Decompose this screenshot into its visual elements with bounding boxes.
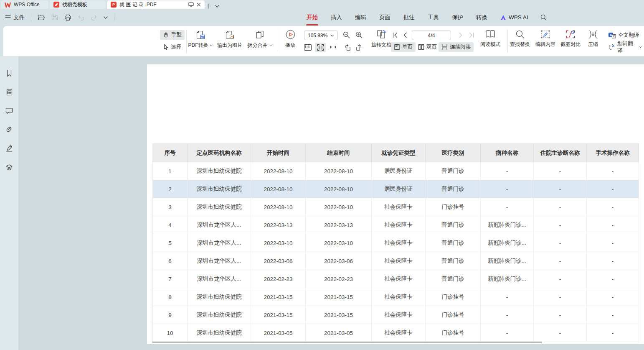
page-number-input[interactable]: 4/4 [412, 31, 451, 40]
quick-access-chevron-icon[interactable] [104, 16, 108, 19]
tab-document-pdf[interactable]: P 就 医 记 录 .PDF [107, 0, 205, 9]
open-file-icon[interactable] [38, 14, 45, 20]
find-replace-icon [515, 30, 525, 39]
table-bottom-rule [152, 342, 542, 342]
layers-icon[interactable] [4, 162, 14, 172]
menu-tab-wps-ai[interactable]: WPS AI [500, 14, 528, 20]
column-header: 序号 [153, 144, 188, 162]
pdf-convert-icon: W [195, 30, 205, 40]
table-cell: 普通门诊 [426, 216, 481, 234]
redo-icon[interactable] [91, 15, 97, 20]
menu-tab-insert[interactable]: 插入 [330, 14, 342, 21]
table-row: 4深圳市龙华区人...2022-03-132022-03-13社会保障卡普通门诊… [153, 216, 639, 234]
zoom-in-button[interactable] [353, 30, 364, 40]
svg-text:A: A [609, 33, 612, 37]
actual-size-button[interactable]: 1:1 [302, 43, 313, 52]
compress-button[interactable]: 压缩 [584, 30, 602, 48]
zoom-out-button[interactable] [341, 30, 352, 40]
tab-list-chevron-icon[interactable] [215, 5, 219, 8]
word-translate-icon: x A [608, 43, 615, 51]
table-cell: - [587, 234, 639, 252]
menu-tab-edit[interactable]: 编辑 [355, 14, 367, 21]
hand-tool-button[interactable]: 手型 [160, 30, 185, 40]
attachment-icon[interactable] [4, 125, 14, 135]
read-mode-button[interactable]: 阅读模式 [477, 29, 504, 48]
table-cell: - [534, 270, 587, 288]
rotate-left-icon [344, 44, 351, 51]
menu-tab-page[interactable]: 页面 [379, 14, 391, 21]
table-cell: 新冠肺炎门诊... [481, 270, 534, 288]
tab-docer-templates[interactable]: 找稻壳模板 [50, 0, 106, 9]
table-cell: 门诊挂号 [426, 198, 481, 216]
comment-icon[interactable] [4, 106, 14, 116]
table-row: 2深圳市妇幼保健院2022-08-102022-08-10居民身份证普通门诊--… [153, 180, 639, 198]
table-cell: - [534, 324, 587, 342]
search-icon[interactable] [540, 14, 547, 20]
column-header: 结束时间 [306, 144, 372, 162]
fit-page-button[interactable] [315, 43, 326, 52]
table-cell: 5 [153, 234, 188, 252]
table-cell: - [587, 270, 639, 288]
fit-width-icon [330, 44, 337, 51]
docer-icon [53, 2, 59, 8]
previous-page-button[interactable] [401, 31, 410, 39]
screen-cast-icon[interactable] [188, 2, 194, 7]
menu-tab-comment[interactable]: 批注 [403, 14, 415, 21]
signature-icon[interactable] [4, 143, 14, 153]
compress-icon [588, 30, 598, 39]
table-cell: 社会保障卡 [372, 216, 426, 234]
save-icon[interactable] [51, 14, 58, 20]
table-cell: 普通门诊 [426, 162, 481, 180]
rotate-right-icon [355, 44, 363, 51]
column-header: 定点医药机构名称 [188, 144, 251, 162]
column-header: 就诊凭证类型 [372, 144, 426, 162]
fit-page-icon [317, 44, 324, 51]
new-tab-icon[interactable] [205, 3, 211, 9]
menu-tab-convert[interactable]: 转换 [476, 14, 488, 21]
last-page-button[interactable] [467, 31, 476, 39]
find-replace-button[interactable]: 查找替换 [507, 30, 533, 48]
file-menu-button[interactable]: 文件 [5, 14, 25, 21]
print-icon[interactable] [64, 14, 71, 21]
menu-tab-home[interactable]: 开始 [306, 14, 318, 21]
table-cell: 门诊挂号 [426, 324, 481, 342]
zoom-level-value: 105.88% [308, 33, 327, 38]
table-cell: 2022-03-06 [251, 252, 306, 270]
rotate-right-button[interactable] [353, 43, 364, 52]
table-cell: 2021-03-15 [251, 288, 306, 306]
next-page-button[interactable] [456, 31, 465, 39]
screenshot-compare-button[interactable]: 截图对比 [557, 30, 584, 48]
bookmark-icon[interactable] [4, 68, 14, 78]
single-page-icon [394, 44, 400, 50]
play-button[interactable]: 播放 [280, 29, 300, 49]
menu-tab-tools[interactable]: 工具 [427, 14, 439, 21]
thumbnail-icon[interactable] [4, 87, 14, 97]
menu-tab-protect[interactable]: 保护 [451, 14, 464, 21]
pdf-convert-button[interactable]: W PDF转换 [185, 30, 216, 49]
select-tool-button[interactable]: 选择 [160, 42, 184, 52]
medical-records-table: 序号定点医药机构名称开始时间结束时间就诊凭证类型医疗类别病种名称住院主诊断名称手… [152, 143, 639, 342]
pdf-page[interactable]: 序号定点医药机构名称开始时间结束时间就诊凭证类型医疗类别病种名称住院主诊断名称手… [147, 64, 644, 344]
table-cell: 新冠肺炎门诊... [481, 252, 534, 270]
continuous-reading-button[interactable]: 连续阅读 [439, 42, 474, 52]
single-page-view-button[interactable]: 单页 [391, 42, 416, 52]
fit-width-button[interactable] [327, 43, 338, 52]
tab-wps-home[interactable]: WPS Office [1, 0, 48, 9]
close-tab-icon[interactable] [197, 3, 201, 7]
wps-logo-icon [5, 2, 11, 8]
table-row: 1深圳市妇幼保健院2022-08-102022-08-10居民身份证普通门诊--… [153, 162, 639, 180]
table-cell: 2022-08-10 [251, 162, 306, 180]
word-translate-button[interactable]: x A 划词翻译 [606, 42, 644, 52]
full-text-translate-button[interactable]: A 全文翻译 [606, 31, 641, 40]
rotate-left-button[interactable] [342, 43, 353, 52]
first-page-button[interactable] [390, 31, 400, 39]
column-header: 住院主诊断名称 [534, 144, 587, 162]
table-cell: - [534, 162, 587, 180]
edit-content-button[interactable]: 编辑内容 [532, 30, 559, 48]
export-as-image-button[interactable]: 输出为图片 [215, 30, 245, 49]
table-cell: 社会保障卡 [372, 306, 426, 324]
zoom-level-select[interactable]: 105.88% [304, 31, 338, 40]
undo-icon[interactable] [78, 15, 84, 20]
table-cell: 社会保障卡 [372, 252, 426, 270]
split-merge-button[interactable]: 拆分合并 [245, 30, 275, 49]
